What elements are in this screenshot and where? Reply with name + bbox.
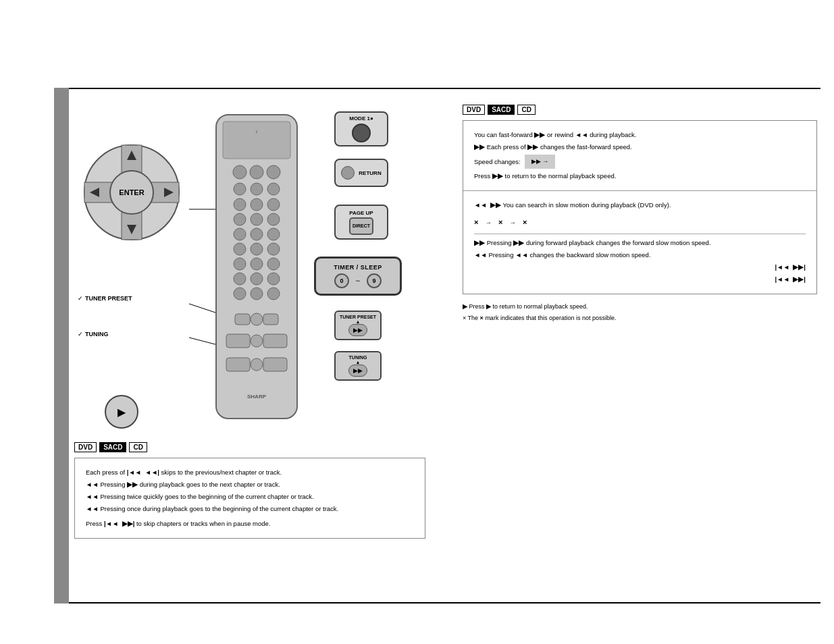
right-bottom-line5: |◄◄ ▶▶| <box>474 261 806 273</box>
svg-point-42 <box>251 288 263 300</box>
top-rule <box>54 88 820 89</box>
svg-point-38 <box>234 273 246 285</box>
svg-point-40 <box>267 273 280 285</box>
return-label: RETURN <box>359 170 381 176</box>
svg-point-31 <box>267 228 280 240</box>
mode1-circle <box>352 124 371 142</box>
svg-point-34 <box>267 243 280 255</box>
right-top-line3: Speed changes: ▶▶ → <box>474 155 806 169</box>
pageup-button[interactable]: PAGE UP DIRECT <box>334 205 388 240</box>
tuner-preset-button[interactable]: TUNER PRESET ▲ ▶▶ <box>334 311 382 340</box>
right-top-line4: Press ▶▶ to return to the normal playbac… <box>474 170 806 182</box>
left-disc-badges: DVD SACD CD <box>74 442 425 452</box>
return-icon <box>341 166 355 180</box>
svg-text:SHARP: SHARP <box>247 394 267 400</box>
tuning-btn-label: TUNING <box>349 355 367 360</box>
right-top-line1: You can fast-forward ▶▶ or rewind ◄◄ dur… <box>474 129 806 141</box>
tuner-preset-text: TUNER PRESET <box>85 295 132 302</box>
remote-assembly: ENTER 1 <box>71 105 449 456</box>
svg-point-17 <box>233 165 246 179</box>
num-9[interactable]: 9 <box>367 273 382 288</box>
svg-point-36 <box>251 258 263 270</box>
tuner-preset-chevron: ✓ <box>78 295 83 302</box>
left-info-line2: ◄◄ Pressing ▶▶ during playback goes to t… <box>86 479 414 491</box>
right-bottom-line2: × → × → × <box>474 215 806 230</box>
right-bottom-line4: ◄◄ Pressing ◄◄ changes the backward slow… <box>474 249 806 261</box>
direct-label: DIRECT <box>353 223 370 228</box>
nav-pad-area: ENTER <box>78 138 192 253</box>
left-info-line1: Each press of |◄◄ ◄◄| skips to the previ… <box>86 466 414 479</box>
tuner-preset-label-area: ✓ TUNER PRESET <box>78 295 132 302</box>
nav-cross-svg: ENTER <box>78 138 186 246</box>
tuner-preset-inner: ▶▶ <box>348 324 367 336</box>
svg-point-28 <box>267 213 280 225</box>
left-info-line3: ◄◄ Pressing twice quickly goes to the be… <box>86 491 414 503</box>
right-bottom-line1: ◄◄ ▶▶ You can search in slow motion duri… <box>474 199 806 211</box>
svg-point-25 <box>267 198 280 211</box>
left-info-line5: Press |◄◄ ▶▶| to skip chapters or tracks… <box>86 518 414 530</box>
svg-point-43 <box>267 288 280 300</box>
return-button[interactable]: RETURN <box>334 159 388 187</box>
left-info-box: Each press of |◄◄ ◄◄| skips to the previ… <box>74 458 425 539</box>
tuning-inner: ▶▶ <box>348 365 367 377</box>
remote-body: 1 <box>203 105 311 435</box>
x-mark-2: × <box>498 215 502 230</box>
svg-rect-52 <box>263 358 287 371</box>
num-0[interactable]: 0 <box>334 273 349 288</box>
svg-point-27 <box>251 213 263 225</box>
svg-point-23 <box>234 198 246 211</box>
mode1-button[interactable]: MODE 1● <box>334 111 388 146</box>
right-notes: ▶ Press ▶ to return to normal playback s… <box>463 301 817 323</box>
tilde-sym: ～ <box>355 276 361 286</box>
arrow-1: → <box>485 217 492 229</box>
right-top-line2: ▶▶ Each press of ▶▶ changes the fast-for… <box>474 141 806 153</box>
badge-cd-left: CD <box>129 442 147 452</box>
play-button[interactable]: ▶ <box>105 395 138 429</box>
svg-rect-50 <box>226 358 250 371</box>
tuner-preset-btn-label: TUNER PRESET <box>340 315 376 319</box>
badge-cd-right: CD <box>517 105 535 115</box>
tuning-label-area: ✓ TUNING <box>78 331 109 338</box>
right-disc-badges: DVD SACD CD <box>463 105 817 115</box>
svg-point-45 <box>251 313 263 325</box>
svg-point-37 <box>267 258 280 270</box>
x-mark-1: × <box>474 215 478 230</box>
left-disc-section: DVD SACD CD Each press of |◄◄ ◄◄| skips … <box>74 442 425 539</box>
bottom-rule <box>54 602 820 603</box>
svg-point-35 <box>234 258 246 270</box>
tuning-button[interactable]: TUNING ▲ ▶▶ <box>334 351 382 381</box>
left-info-line4: ◄◄ Pressing once during playback goes to… <box>86 503 414 515</box>
svg-point-29 <box>234 228 246 240</box>
divider-line <box>474 234 806 234</box>
tuning-chevron: ✓ <box>78 331 83 338</box>
main-content: ENTER 1 <box>71 98 817 597</box>
svg-point-32 <box>234 243 246 255</box>
svg-point-22 <box>267 183 280 195</box>
right-info-container: You can fast-forward ▶▶ or rewind ◄◄ dur… <box>463 120 817 294</box>
timer-sleep-label: TIMER / SLEEP <box>334 264 382 271</box>
x-mark-3: × <box>523 215 527 230</box>
svg-point-33 <box>251 243 263 255</box>
svg-point-21 <box>251 183 263 195</box>
timer-sleep-button[interactable]: TIMER / SLEEP 0 ～ 9 <box>314 257 402 296</box>
svg-point-18 <box>250 165 263 179</box>
remote-svg: 1 <box>203 105 311 435</box>
right-note-2: × The × mark indicates that this operati… <box>463 313 817 323</box>
svg-point-24 <box>251 198 263 211</box>
right-content-area: DVD SACD CD You can fast-forward ▶▶ or r… <box>463 98 817 597</box>
timer-nums-row: 0 ～ 9 <box>334 273 382 288</box>
tuning-text: TUNING <box>85 331 109 338</box>
arrow-2: → <box>509 217 516 229</box>
svg-point-48 <box>251 335 263 347</box>
svg-rect-47 <box>226 334 250 348</box>
tuner-preset-arrow: ▲ <box>356 319 361 324</box>
speed-highlight: ▶▶ → <box>525 155 556 169</box>
svg-point-41 <box>234 288 246 300</box>
right-bottom-line6: |◄◄ ▶▶| <box>474 273 806 286</box>
direct-btn[interactable]: DIRECT <box>349 217 373 235</box>
left-sidebar <box>54 88 69 603</box>
tuning-area: ✓ TUNING <box>78 331 109 338</box>
svg-point-19 <box>267 165 280 179</box>
svg-point-51 <box>251 358 263 371</box>
right-note-1: ▶ Press ▶ to return to normal playback s… <box>463 301 817 312</box>
